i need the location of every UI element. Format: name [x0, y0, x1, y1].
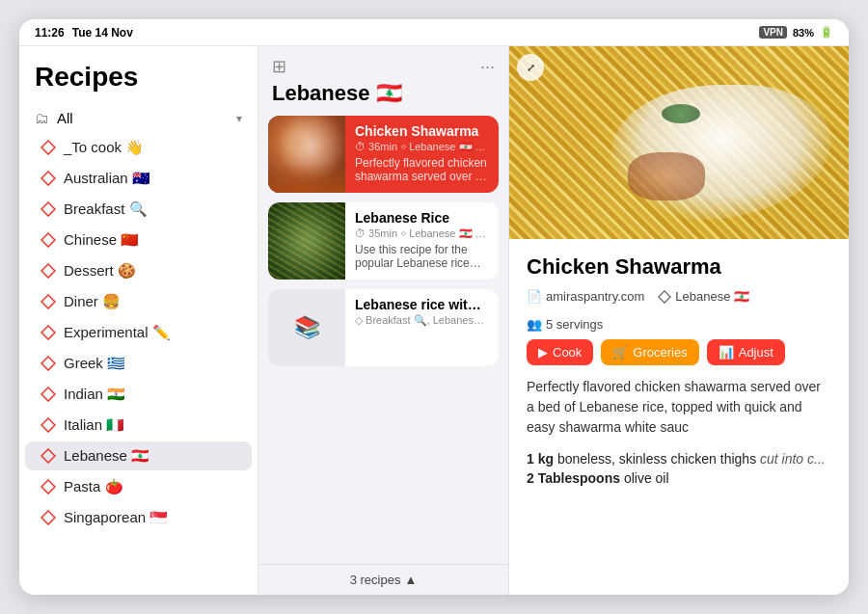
- ingredient-amount: 2 Tablespoons: [527, 470, 620, 486]
- svg-marker-13: [659, 290, 670, 302]
- svg-marker-3: [41, 233, 55, 247]
- sidebar-item-singaporean[interactable]: Singaporean 🇸🇬: [25, 503, 252, 532]
- middle-header: ⊞ ···: [258, 46, 508, 81]
- time: 11:26: [35, 26, 65, 40]
- recipe-card-chicken-shawarma[interactable]: Chicken Shawarma ⏱ 36min ◇ Lebanese 🇱🇧 □…: [268, 116, 499, 193]
- sidebar-item-label: Italian 🇮🇹: [64, 416, 124, 434]
- right-panel: ⤢ Chicken Shawarma 📄 amiraspantry.com Le…: [509, 46, 849, 595]
- recipe-title: Chicken Shawarma: [355, 123, 489, 139]
- category-label: Lebanese 🇱🇧: [675, 289, 749, 304]
- sidebar-item-indian[interactable]: Indian 🇮🇳: [25, 380, 252, 409]
- sidebar-item-australian[interactable]: Australian 🇦🇺: [25, 164, 252, 193]
- sidebar-item-label: Singaporean 🇸🇬: [64, 509, 168, 526]
- adjust-button[interactable]: 📊 Adjust: [707, 339, 785, 365]
- ingredient-amount: 1 kg: [527, 451, 554, 467]
- svg-marker-4: [41, 264, 55, 278]
- recipe-cards-list: Chicken Shawarma ⏱ 36min ◇ Lebanese 🇱🇧 □…: [258, 116, 508, 564]
- svg-marker-12: [41, 511, 55, 524]
- groceries-icon: 🛒: [612, 345, 628, 360]
- ingredient-note: cut into c...: [760, 451, 826, 467]
- zoom-button[interactable]: ⤢: [517, 54, 544, 81]
- archive-icon: 🗂: [35, 110, 49, 126]
- svg-marker-2: [41, 202, 55, 216]
- sidebar-item-all[interactable]: 🗂 All ▾: [19, 104, 258, 132]
- recipe-image: 📚: [268, 289, 345, 366]
- diamond-icon: [41, 294, 56, 309]
- diamond-icon: [41, 387, 56, 402]
- adjust-icon: 📊: [719, 345, 734, 360]
- cook-icon: ▶: [538, 345, 548, 360]
- diamond-icon: [41, 510, 56, 525]
- cook-button[interactable]: ▶ Cook: [527, 339, 593, 365]
- more-options-icon[interactable]: ···: [480, 57, 495, 77]
- recipe-desc: Perfectly flavored chicken shawarma serv…: [355, 156, 489, 183]
- svg-marker-9: [41, 418, 55, 432]
- middle-panel: ⊞ ··· Lebanese 🇱🇧 Chicken Shawarma: [258, 46, 509, 595]
- groceries-button[interactable]: 🛒 Groceries: [601, 339, 698, 365]
- link-icon: 📄: [527, 289, 542, 304]
- sidebar-item-experimental[interactable]: Experimental ✏️: [25, 318, 252, 347]
- svg-marker-8: [41, 387, 55, 401]
- recipe-title: Lebanese Rice: [355, 210, 489, 226]
- sidebar-item-italian[interactable]: Italian 🇮🇹: [25, 411, 252, 440]
- middle-panel-title: Lebanese 🇱🇧: [258, 81, 508, 116]
- svg-marker-6: [41, 326, 55, 339]
- sidebar-item-label: Pasta 🍅: [64, 478, 123, 495]
- chevron-up-icon: ▲: [404, 573, 417, 587]
- date: Tue 14 Nov: [72, 26, 133, 40]
- sidebar-item-dessert[interactable]: Dessert 🍪: [25, 256, 252, 285]
- sidebar-item-label: Breakfast 🔍: [64, 200, 148, 218]
- recipes-count-button[interactable]: 3 recipes ▲: [350, 573, 418, 587]
- svg-marker-1: [41, 172, 55, 185]
- sidebar-item-chinese[interactable]: Chinese 🇨🇳: [25, 226, 252, 254]
- sidebar-item-diner[interactable]: Diner 🍔: [25, 287, 252, 316]
- source-label: amiraspantry.com: [546, 289, 644, 304]
- all-label: All: [57, 110, 73, 126]
- svg-marker-11: [41, 480, 55, 494]
- recipe-title: Lebanese rice with Thai fried egg: [355, 297, 489, 312]
- sidebar-item-breakfast[interactable]: Breakfast 🔍: [25, 195, 252, 224]
- middle-footer: 3 recipes ▲: [258, 564, 508, 595]
- sidebar-title: Recipes: [19, 62, 258, 104]
- servings-label: 5 servings: [546, 317, 603, 332]
- recipe-detail: Chicken Shawarma 📄 amiraspantry.com Leba…: [509, 239, 849, 595]
- sidebar-item-greek[interactable]: Greek 🇬🇷: [25, 349, 252, 378]
- recipe-desc: Use this recipe for the popular Lebanese…: [355, 243, 489, 270]
- vpn-badge: VPN: [759, 26, 787, 39]
- category-diamond-icon: [658, 290, 671, 304]
- servings-icon: 👥: [527, 317, 542, 332]
- ingredient-name: olive oil: [624, 470, 669, 486]
- hero-image: ⤢: [509, 46, 849, 239]
- ingredient-row-1: 1 kg boneless, skinless chicken thighs c…: [527, 451, 831, 467]
- svg-marker-10: [41, 449, 55, 463]
- sidebar-item-label: Chinese 🇨🇳: [64, 231, 139, 249]
- diamond-icon: [41, 479, 56, 494]
- recipe-image: [268, 202, 345, 280]
- layout-icon[interactable]: ⊞: [272, 56, 286, 77]
- recipe-source: 📄 amiraspantry.com: [527, 289, 644, 304]
- recipe-card-lebanese-rice[interactable]: Lebanese Rice ⏱ 35min ◇ Lebanese 🇱🇧 □ t.…: [268, 202, 499, 280]
- recipe-actions-row: ▶ Cook 🛒 Groceries 📊 Adjust: [527, 339, 831, 365]
- sidebar-item-label: Dessert 🍪: [64, 262, 136, 280]
- recipe-meta: ⏱ 36min ◇ Lebanese 🇱🇧 □ a...: [355, 141, 489, 153]
- description-text: Perfectly flavored chicken shawarma serv…: [527, 379, 821, 435]
- sidebar-item-lebanese[interactable]: Lebanese 🇱🇧: [25, 441, 252, 470]
- diamond-icon: [41, 140, 56, 155]
- diamond-icon: [41, 325, 56, 340]
- diamond-icon: [41, 417, 56, 433]
- svg-marker-7: [41, 357, 55, 370]
- sidebar-item-pasta[interactable]: Pasta 🍅: [25, 472, 252, 501]
- adjust-label: Adjust: [739, 345, 773, 360]
- recipe-description: Perfectly flavored chicken shawarma serv…: [527, 377, 831, 438]
- svg-marker-0: [41, 141, 55, 154]
- sidebar-item-label: Diner 🍔: [64, 293, 121, 310]
- diamond-icon: [41, 263, 56, 279]
- recipe-card-lebanese-rice-thai[interactable]: 📚 Lebanese rice with Thai fried egg ◇ Br…: [268, 289, 499, 366]
- recipe-detail-title: Chicken Shawarma: [527, 254, 831, 280]
- recipe-meta: ⏱ 35min ◇ Lebanese 🇱🇧 □ t...: [355, 227, 489, 240]
- recipes-count-label: 3 recipes: [350, 573, 401, 587]
- status-bar: 11:26 Tue 14 Nov VPN 83% 🔋: [19, 19, 849, 46]
- sidebar-item-to-cook[interactable]: _To cook 👋: [25, 133, 252, 162]
- recipe-category: Lebanese 🇱🇧: [658, 289, 749, 304]
- recipe-servings: 👥 5 servings: [527, 317, 603, 332]
